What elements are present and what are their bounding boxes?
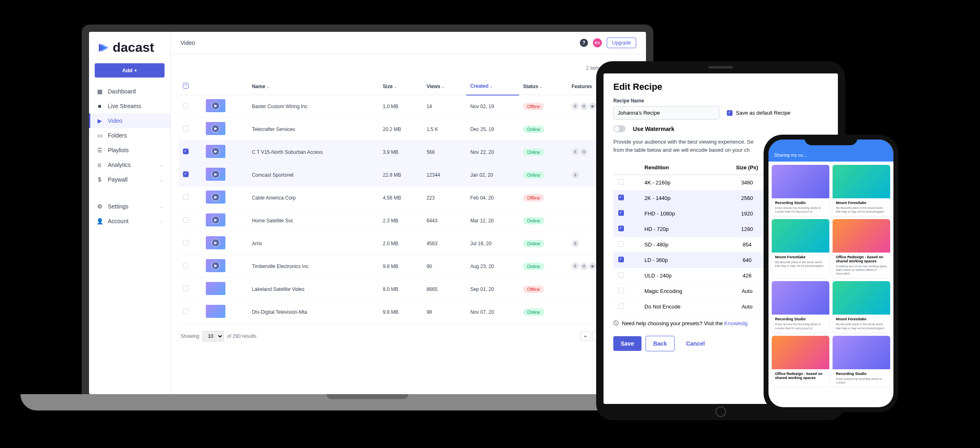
video-thumbnail[interactable] xyxy=(206,259,225,272)
row-checkbox[interactable] xyxy=(183,217,189,223)
video-thumbnail[interactable] xyxy=(206,191,225,204)
table-row[interactable]: C T V15-North Suburban Access 3.9 MB 568… xyxy=(179,141,638,164)
table-row[interactable]: Dtv-Digital Television-Mta 9.8 MB 98 Nov… xyxy=(179,301,638,324)
recipe-name-input[interactable] xyxy=(613,106,719,120)
card-description: My favourite place in the whole world th… xyxy=(775,260,826,268)
sidebar-item-folders[interactable]: ▭Folders xyxy=(89,128,170,143)
video-thumbnail[interactable] xyxy=(206,213,225,226)
column-name[interactable]: Name xyxy=(248,78,379,95)
watermark-toggle[interactable] xyxy=(613,125,626,132)
sidebar-item-analytics[interactable]: ⫼Analytics⌄ xyxy=(89,157,170,172)
column-created[interactable]: Created xyxy=(466,78,519,95)
video-card[interactable]: Mount Forestlake My favourite place in t… xyxy=(833,281,890,332)
table-row[interactable]: Cable America Corp 4.56 MB 223 Feb 04, 2… xyxy=(179,186,638,209)
row-checkbox[interactable] xyxy=(183,149,189,154)
video-card[interactable]: Recording Studio A tour around my record… xyxy=(833,336,890,387)
page-first[interactable]: ⇤ xyxy=(581,331,590,341)
person-icon: 👤 xyxy=(96,218,103,224)
row-checkbox[interactable] xyxy=(183,263,189,268)
column-size[interactable]: Size xyxy=(379,78,423,95)
cell-created: Sep 01, 20 xyxy=(466,278,519,301)
card-thumbnail xyxy=(833,281,890,315)
rendition-checkbox[interactable] xyxy=(618,226,624,231)
rcolumn-check xyxy=(613,160,639,175)
upgrade-button[interactable]: Upgrade xyxy=(607,38,636,48)
rendition-checkbox[interactable] xyxy=(618,288,624,293)
video-thumbnail[interactable] xyxy=(206,305,225,318)
column-status[interactable]: Status xyxy=(519,78,568,95)
cancel-button[interactable]: Cancel xyxy=(679,336,712,351)
knowledge-link[interactable]: Knowledg xyxy=(724,320,748,326)
row-checkbox[interactable] xyxy=(183,126,189,131)
phone-notch xyxy=(804,135,858,145)
cell-views: 1.5 K xyxy=(423,118,466,141)
sidebar-item-dashboard[interactable]: ▦Dashboard xyxy=(89,84,170,99)
rendition-checkbox[interactable] xyxy=(618,303,624,309)
row-checkbox[interactable] xyxy=(183,240,189,246)
video-thumbnail[interactable] xyxy=(206,168,225,181)
cell-name: Cable America Corp xyxy=(248,186,379,209)
row-checkbox[interactable] xyxy=(183,308,189,314)
cell-name: Comcast Sportsnet xyxy=(248,164,379,186)
table-row[interactable]: Baxter Custom Wiring Inc 1.0 MB 14 Nov 0… xyxy=(179,95,638,118)
sidebar-item-video[interactable]: ▶Video xyxy=(89,113,170,128)
video-thumbnail[interactable] xyxy=(206,145,225,158)
video-card[interactable]: Recording Studio A tour around my record… xyxy=(772,281,829,332)
save-default-checkbox[interactable]: Save as default Recipe xyxy=(727,110,791,116)
table-row[interactable]: Comcast Sportsnet 22.8 MB 12344 Jan 02, … xyxy=(179,164,638,186)
cell-rendition: SD - 480p xyxy=(639,237,720,253)
sidebar-item-live-streams[interactable]: ■Live Streams xyxy=(89,99,170,113)
select-all-checkbox[interactable] xyxy=(183,83,189,89)
row-checkbox[interactable] xyxy=(183,171,189,177)
per-page-select[interactable]: 10 xyxy=(203,331,224,342)
rendition-checkbox[interactable] xyxy=(618,210,624,216)
video-card[interactable]: Recording Studio A tour around my record… xyxy=(772,165,829,216)
video-thumbnail[interactable] xyxy=(206,99,225,112)
table-row[interactable]: Timberville Electronics Inc 9.8 MB 90 Au… xyxy=(179,255,638,278)
rendition-checkbox[interactable] xyxy=(618,179,624,185)
video-card[interactable]: Office Redesign - based on shared workin… xyxy=(833,219,890,278)
cell-views: 12344 xyxy=(423,164,466,186)
help-icon[interactable]: ? xyxy=(580,39,588,47)
status-badge: Offline xyxy=(523,194,544,202)
rendition-checkbox[interactable] xyxy=(618,195,624,200)
table-row[interactable]: Home Satellite Svc 2.3 MB 6443 Mar 12, 2… xyxy=(179,209,638,232)
row-checkbox[interactable] xyxy=(183,103,189,109)
main-content: Video ? EA Upgrade 2 items Bulk Acti Nam… xyxy=(171,32,646,394)
save-button[interactable]: Save xyxy=(613,336,641,351)
video-card[interactable]: Office Redesign - based on shared workin… xyxy=(772,336,829,387)
chevron-down-icon: ⌄ xyxy=(160,219,163,224)
video-thumbnail[interactable] xyxy=(206,122,225,135)
avatar[interactable]: EA xyxy=(593,38,602,47)
feature-badge: ◉ xyxy=(589,102,596,110)
back-button[interactable]: Back xyxy=(646,336,675,351)
cell-rendition: Do Not Encode xyxy=(639,299,720,315)
video-thumbnail[interactable] xyxy=(206,282,225,295)
column-views[interactable]: Views xyxy=(423,78,466,95)
rendition-checkbox[interactable] xyxy=(618,257,624,262)
sidebar-item-playlists[interactable]: ☰Playlists xyxy=(89,143,170,157)
table-row[interactable]: Telecrafter Services 20.2 MB 1.5 K Dec 2… xyxy=(179,118,638,141)
brand-logo: dacast xyxy=(89,40,170,63)
sidebar-item-paywall[interactable]: $Paywall⌄ xyxy=(89,172,170,187)
row-checkbox[interactable] xyxy=(183,194,189,200)
rendition-checkbox[interactable] xyxy=(618,241,624,247)
status-badge: Online xyxy=(523,149,544,156)
feature-badge: $ xyxy=(572,240,579,247)
feature-badge: ⧉ xyxy=(580,103,588,110)
sidebar-item-settings[interactable]: ⚙Settings⌄ xyxy=(89,199,170,214)
video-thumbnail[interactable] xyxy=(206,236,225,249)
rendition-checkbox[interactable] xyxy=(618,272,624,278)
row-checkbox[interactable] xyxy=(183,286,189,291)
logo-icon xyxy=(97,42,109,54)
add-button[interactable]: Add + xyxy=(95,63,165,78)
tablet-home-button[interactable] xyxy=(715,406,726,417)
video-card[interactable]: Mount Forestlake My favourite place in t… xyxy=(772,219,829,278)
video-card[interactable]: Mount Forestlake My favourite place in t… xyxy=(833,165,890,216)
laptop-device: dacast Add + ▦Dashboard■Live Streams▶Vid… xyxy=(82,24,653,410)
cell-views: 223 xyxy=(423,186,466,209)
table-row[interactable]: Lakeland Satellite Video 8.0 MB 8665 Sep… xyxy=(179,278,638,301)
cell-created: Nov 02, 19 xyxy=(466,95,519,118)
sidebar-item-account[interactable]: 👤Account⌄ xyxy=(89,214,170,228)
table-row[interactable]: Arris 2.0 MB 4563 Jul 16, 20 Online $ xyxy=(179,232,638,255)
